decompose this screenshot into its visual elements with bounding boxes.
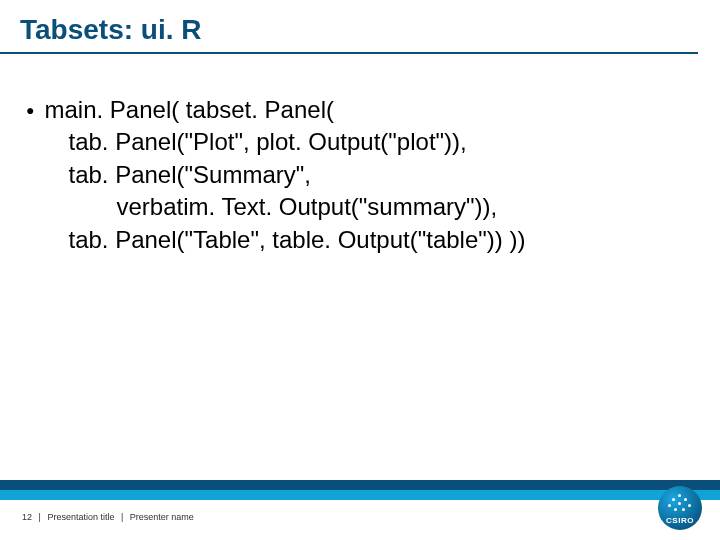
presentation-title: Presentation title <box>47 512 114 522</box>
logo-disc-icon: CSIRO <box>658 486 702 530</box>
footer-separator: | <box>39 512 41 522</box>
footer-band <box>0 480 720 500</box>
footer-bar-light <box>0 490 720 500</box>
code-line: verbatim. Text. Output("summary")), <box>44 191 525 223</box>
footer-bar-dark <box>0 480 720 490</box>
footer-separator: | <box>121 512 123 522</box>
slide: Tabsets: ui. R ● main. Panel( tabset. Pa… <box>0 0 720 540</box>
code-line: main. Panel( tabset. Panel( <box>44 94 525 126</box>
code-line: tab. Panel("Table", table. Output("table… <box>44 224 525 256</box>
presenter-name: Presenter name <box>130 512 194 522</box>
logo-text: CSIRO <box>666 516 694 530</box>
code-block: main. Panel( tabset. Panel( tab. Panel("… <box>44 94 525 256</box>
csiro-logo: CSIRO <box>658 486 702 530</box>
page-number: 12 <box>22 512 32 522</box>
slide-title: Tabsets: ui. R <box>0 0 698 54</box>
bullet-item: ● main. Panel( tabset. Panel( tab. Panel… <box>30 94 690 256</box>
code-line: tab. Panel("Summary", <box>44 159 525 191</box>
logo-dots-icon <box>658 492 702 514</box>
footer-text: 12 | Presentation title | Presenter name <box>22 512 194 522</box>
code-line: tab. Panel("Plot", plot. Output("plot"))… <box>44 126 525 158</box>
bullet-dot-icon: ● <box>26 94 34 126</box>
slide-body: ● main. Panel( tabset. Panel( tab. Panel… <box>0 54 720 256</box>
